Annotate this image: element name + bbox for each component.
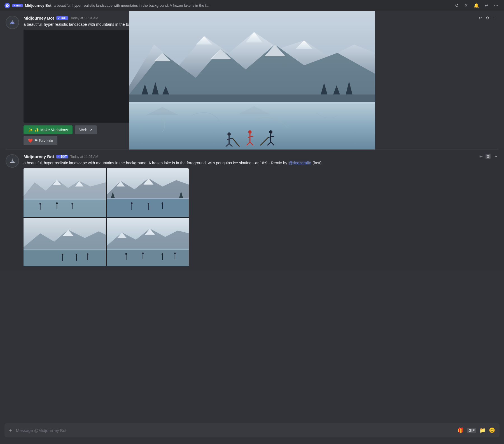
top-bar-bot-badge: ✓ BOT (12, 4, 23, 7)
svg-point-65 (131, 202, 132, 204)
close-icon[interactable]: ✕ (463, 2, 469, 9)
main-image-1 (24, 30, 189, 123)
svg-rect-60 (107, 198, 189, 217)
speed-label: (fast) (312, 161, 321, 165)
grid-cell-1 (24, 168, 106, 217)
gift-icon[interactable]: 🎁 (458, 427, 464, 433)
emoji-icon[interactable]: 😊 (489, 427, 495, 433)
upload-icon[interactable]: 📁 (479, 427, 486, 433)
grid-cell-4 (107, 218, 189, 267)
image-grid-2 (24, 168, 189, 266)
reply-msg-icon[interactable]: ↩ (477, 15, 483, 21)
more-msg2-icon[interactable]: ⋯ (492, 153, 498, 160)
message-actions-1: ↩ ⚙ ⋯ (477, 15, 498, 21)
message-block-2: Midjourney Bot ✓ BOT Today at 11:07 AM a… (0, 150, 504, 271)
message-text-2: a beautiful, hyper realistic landscape w… (24, 160, 498, 166)
chat-area: Midjourney Bot ✓ BOT Today at 11:04 AM a… (0, 11, 504, 423)
top-bar-bot-name: Midjourney Bot (25, 3, 52, 8)
svg-point-51 (39, 203, 41, 205)
avatar-2 (6, 154, 19, 168)
svg-point-96 (174, 253, 176, 254)
svg-point-53 (56, 202, 58, 204)
reply-msg2-icon[interactable]: ↩ (478, 153, 484, 160)
mention-2: @deezgrafix (288, 161, 312, 165)
more-msg-icon[interactable]: ⋯ (492, 15, 498, 21)
svg-point-80 (76, 254, 77, 256)
svg-rect-12 (129, 95, 189, 103)
settings-msg-icon[interactable]: ⚙ (485, 15, 491, 21)
message-input[interactable] (16, 428, 454, 433)
input-icons: 🎁 GIF 📁 😊 (458, 427, 495, 433)
message-block-1: Midjourney Bot ✓ BOT Today at 11:04 AM a… (0, 11, 504, 149)
svg-point-92 (142, 253, 144, 254)
refresh-icon[interactable]: ↺ (454, 2, 460, 9)
svg-rect-87 (107, 249, 189, 266)
bot-name-2: Midjourney Bot (24, 154, 54, 159)
svg-point-55 (71, 203, 73, 205)
svg-point-82 (87, 253, 88, 255)
svg-point-67 (148, 203, 149, 205)
svg-rect-76 (24, 249, 106, 250)
reply-icon[interactable]: ↩ (484, 2, 489, 9)
image-icon[interactable]: 🖼 (486, 154, 491, 159)
grid-cell-2 (107, 168, 189, 217)
top-bar-preview: a beautiful, hyper realistic landscape w… (54, 3, 209, 8)
more-icon[interactable]: ⋯ (493, 2, 500, 9)
svg-rect-61 (107, 198, 189, 199)
svg-point-94 (161, 253, 163, 255)
svg-point-78 (62, 254, 63, 256)
message-content-2: Midjourney Bot ✓ BOT Today at 11:07 AM a… (24, 154, 498, 266)
message-header-2: Midjourney Bot ✓ BOT Today at 11:07 AM (24, 154, 498, 159)
timestamp-2: Today at 11:07 AM (70, 155, 98, 159)
svg-rect-49 (24, 198, 106, 200)
message-actions-2: ↩ 🖼 ⋯ (478, 153, 498, 160)
svg-point-90 (125, 253, 127, 255)
top-bar-icons: ↺ ✕ 🔔 ↩ ⋯ (454, 2, 500, 9)
input-bar: + 🎁 GIF 📁 😊 (4, 423, 500, 437)
bell-icon[interactable]: 🔔 (472, 2, 480, 9)
top-notification-bar: ✓ BOT Midjourney Bot a beautiful, hyper … (0, 0, 504, 11)
bot-badge-2: ✓ BOT (56, 155, 68, 158)
prompt-text-2: a beautiful, hyper realistic landscape w… (24, 161, 267, 165)
top-bar-avatar (4, 3, 10, 8)
svg-rect-48 (24, 198, 106, 217)
svg-point-69 (161, 202, 163, 204)
message-content-1: Midjourney Bot ✓ BOT Today at 11:04 AM a… (24, 16, 498, 145)
svg-rect-88 (107, 249, 189, 250)
svg-rect-75 (24, 249, 106, 266)
grid-cell-3 (24, 218, 106, 267)
add-button[interactable]: + (9, 427, 13, 434)
svg-rect-39 (129, 102, 189, 104)
gif-button[interactable]: GIF (467, 428, 476, 433)
